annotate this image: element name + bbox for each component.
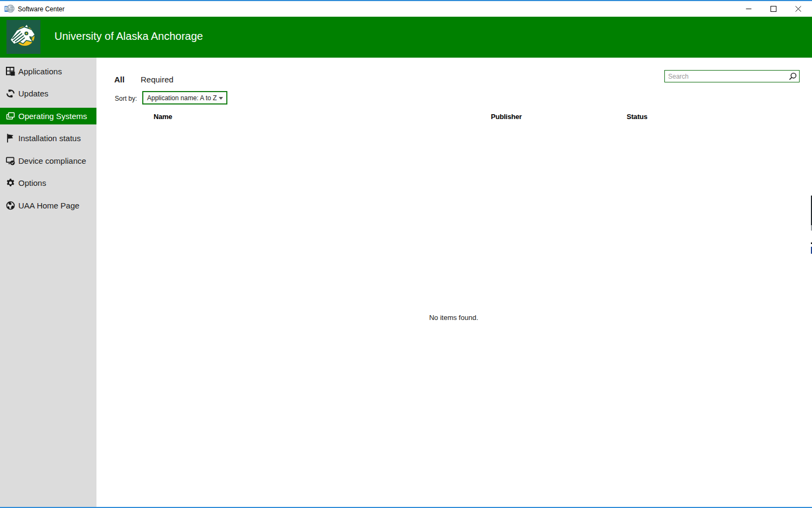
column-header-publisher[interactable]: Publisher [491, 113, 522, 121]
sort-by-label: Sort by: [115, 95, 137, 102]
minimize-button[interactable] [736, 1, 761, 17]
sidebar-item-uaa-home-page[interactable]: UAA Home Page [0, 197, 96, 214]
sidebar-item-label: Applications [18, 67, 62, 76]
tab-all[interactable]: All [114, 75, 124, 84]
column-header-name[interactable]: Name [154, 113, 172, 121]
sidebar-nav: Applications Updates Operating Systems [0, 58, 96, 507]
options-icon [6, 178, 15, 187]
sidebar-item-installation-status[interactable]: Installation status [0, 130, 96, 147]
uaa-seawolf-logo [6, 20, 40, 54]
branding-header: University of Alaska Anchorage [0, 17, 812, 58]
search-input[interactable] [665, 71, 788, 82]
operating-systems-icon [6, 112, 15, 121]
sidebar-item-device-compliance[interactable]: Device compliance [0, 152, 96, 169]
title-bar[interactable]: Software Center [0, 1, 812, 17]
window-title: Software Center [18, 5, 65, 13]
sidebar-item-operating-systems[interactable]: Operating Systems [0, 108, 96, 124]
updates-icon [6, 89, 15, 98]
minimize-icon [746, 6, 752, 12]
software-center-window: Software Center University of Alaska Anc… [0, 0, 812, 508]
close-icon [795, 6, 801, 12]
sidebar-item-label: Installation status [18, 134, 81, 143]
sidebar-item-label: UAA Home Page [18, 201, 79, 210]
sort-dropdown[interactable]: Application name: A to Z [142, 91, 227, 105]
sidebar-item-updates[interactable]: Updates [0, 85, 96, 102]
empty-list-message: No items found. [96, 314, 811, 322]
sort-dropdown-value: Application name: A to Z [143, 94, 217, 102]
sidebar-item-label: Updates [18, 89, 48, 98]
sidebar-item-options[interactable]: Options [0, 175, 96, 191]
globe-icon [6, 201, 15, 210]
sidebar-item-label: Device compliance [18, 156, 86, 165]
search-icon[interactable] [789, 72, 797, 80]
organization-title: University of Alaska Anchorage [54, 30, 203, 43]
maximize-icon [771, 6, 776, 12]
search-box [664, 70, 800, 82]
installation-status-icon [6, 134, 15, 143]
main-content: All Required Sort by: Application name: … [96, 58, 811, 507]
chevron-down-icon [219, 97, 223, 100]
device-compliance-icon [6, 156, 15, 165]
maximize-button[interactable] [761, 1, 786, 17]
sidebar-item-label: Options [18, 178, 46, 187]
column-header-status[interactable]: Status [627, 113, 648, 121]
close-button[interactable] [786, 1, 810, 17]
applications-icon [6, 67, 15, 76]
sidebar-item-label: Operating Systems [18, 112, 87, 121]
software-center-app-icon [4, 4, 15, 14]
sidebar-item-applications[interactable]: Applications [0, 63, 96, 80]
tab-required[interactable]: Required [141, 75, 173, 84]
